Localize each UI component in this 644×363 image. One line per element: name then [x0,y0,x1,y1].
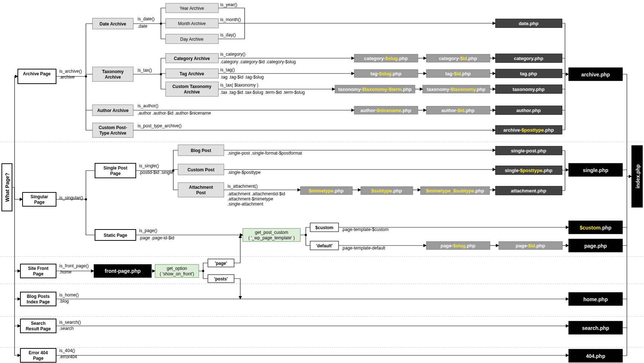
svg-text:.page-template-$custom: .page-template-$custom [341,227,388,232]
svg-point-118 [172,169,174,172]
svg-text:.attachment-$mimetype: .attachment-$mimetype [228,196,273,202]
svg-text:.archive: .archive [59,75,75,80]
svg-text:.blog: .blog [59,299,69,304]
svg-text:page-$slug.php: page-$slug.php [440,243,475,248]
svg-text:Taxonomy: Taxonomy [102,69,123,74]
svg-text:.author .author-$id .author-$n: .author .author-$id .author-$nicename [138,111,211,116]
svg-text:.attachment .attachmentid-$id: .attachment .attachmentid-$id [228,191,285,196]
svg-text:is_tax( $taxonomy ): is_tax( $taxonomy ) [220,83,258,88]
svg-text:Author Archive: Author Archive [97,108,129,113]
svg-text:Single Post: Single Post [103,165,127,171]
svg-text:is_singular(): is_singular() [59,195,83,200]
svg-text:single.php: single.php [583,167,608,173]
svg-text:'posts': 'posts' [214,276,228,282]
svg-text:single-post.php: single-post.php [511,148,546,153]
svg-text:home.php: home.php [584,296,608,302]
svg-text:Tag Archive: Tag Archive [179,71,204,76]
svg-text:taxonomy-$taxonomy-$term.php: taxonomy-$taxonomy-$term.php [338,87,412,92]
svg-text:Result Page: Result Page [26,326,51,331]
svg-text:is_year(): is_year() [220,2,237,7]
svg-text:Page: Page [33,356,44,361]
svg-text:is_author(): is_author() [138,103,158,108]
svg-text:archive-$posttype.php: archive-$posttype.php [503,127,554,133]
svg-text:Error 404: Error 404 [29,350,48,355]
svg-text:is_date(): is_date() [138,16,155,21]
svg-text:Archive Page: Archive Page [23,71,51,76]
svg-text:Archive: Archive [105,75,121,80]
svg-text:Blog Post: Blog Post [191,148,211,153]
svg-text:.search: .search [59,326,74,331]
svg-text:( 'show_on_front'): ( 'show_on_front') [160,271,194,276]
svg-text:.error404: .error404 [59,354,77,359]
svg-text:front-page.php: front-page.php [105,268,141,274]
svg-text:author-$nicename.php: author-$nicename.php [360,108,411,113]
svg-text:Month Archive: Month Archive [178,21,206,26]
svg-text:$custom: $custom [315,225,333,230]
svg-text:'page': 'page' [215,261,227,266]
svg-text:Day Archive: Day Archive [180,37,204,42]
svg-text:.page-template-default: .page-template-default [341,246,386,251]
svg-text:$mimetype_$subtype.php: $mimetype_$subtype.php [426,188,484,194]
svg-text:get_post_custom: get_post_custom [255,230,288,235]
svg-text:.single-attachment: .single-attachment [228,202,264,207]
svg-text:Type Archive: Type Archive [99,131,126,136]
svg-text:.single-post .single-format-$p: .single-post .single-format-$postformat [228,151,302,156]
svg-text:page-$id.php: page-$id.php [516,243,545,248]
svg-point-116 [160,73,162,75]
svg-text:Static Page: Static Page [104,233,127,238]
svg-text:.date: .date [138,24,147,29]
svg-text:taxonomy.php: taxonomy.php [513,87,545,92]
svg-text:category.php: category.php [514,56,544,61]
svg-text:Index Page: Index Page [27,299,50,304]
svg-text:is_page(): is_page() [139,228,157,233]
svg-text:tag-$id.php: tag-$id.php [445,71,471,76]
svg-text:category-$slug.php: category-$slug.php [364,56,408,61]
svg-text:is_month(): is_month() [220,17,241,22]
svg-text:Page: Page [34,200,45,205]
svg-text:is_tax(): is_tax() [138,68,152,73]
svg-text:archive.php: archive.php [581,72,610,77]
svg-text:page.php: page.php [584,243,607,249]
svg-text:date.php: date.php [519,21,538,26]
svg-text:is_search(): is_search() [59,320,81,325]
svg-text:'default': 'default' [316,243,332,248]
svg-text:search.php: search.php [582,325,609,331]
svg-text:get_option: get_option [167,266,187,271]
template-hierarchy-diagram: What Page? Archive Page is_archive() .ar… [0,0,644,363]
svg-text:is_day(): is_day() [220,32,236,37]
svg-text:is_tag(): is_tag() [220,67,235,72]
svg-text:$mimetype.php: $mimetype.php [309,188,343,194]
svg-text:single-$posttype.php: single-$posttype.php [505,168,553,173]
svg-text:is_home(): is_home() [59,292,79,298]
svg-text:category-$id.php: category-$id.php [439,56,477,61]
svg-text:.tax .tag-$id .tax-$slug .term: .tax .tag-$id .tax-$slug .term-$id .term… [220,90,305,95]
svg-text:Archive: Archive [184,89,200,95]
svg-point-119 [305,234,307,236]
svg-text:.home: .home [59,270,72,275]
svg-text:Blog Posts: Blog Posts [27,294,50,299]
svg-text:index.php: index.php [635,164,641,188]
svg-text:Custom Post: Custom Post [187,167,214,172]
svg-text:$custom.php: $custom.php [580,225,611,231]
svg-text:404.php: 404.php [586,353,605,359]
svg-text:is_404(): is_404() [59,348,75,353]
svg-text:tag.php: tag.php [520,71,537,76]
svg-text:is_archive(): is_archive() [59,69,82,74]
svg-text:Search: Search [31,321,46,326]
svg-point-120 [202,270,204,272]
svg-point-117 [85,198,87,200]
svg-text:Category Archive: Category Archive [174,56,210,61]
svg-text:.tag .tag-$id .tag-$slug: .tag .tag-$id .tag-$slug [220,75,264,80]
svg-text:Page: Page [110,171,121,176]
svg-text:Date Archive: Date Archive [100,21,126,27]
svg-text:author.php: author.php [516,108,541,113]
svg-text:Page: Page [33,271,44,276]
root-node: What Page? [4,173,10,202]
svg-text:is_front_page(): is_front_page() [59,263,89,268]
svg-text:( '_wp_page_template' ): ( '_wp_page_template' ) [248,235,295,240]
svg-text:is_single(): is_single() [139,163,159,168]
svg-text:tag-$slug.php: tag-$slug.php [370,71,401,76]
svg-text:Singular: Singular [31,194,48,199]
svg-text:$subtype.php: $subtype.php [371,188,402,194]
svg-text:is_category(): is_category() [220,52,245,57]
